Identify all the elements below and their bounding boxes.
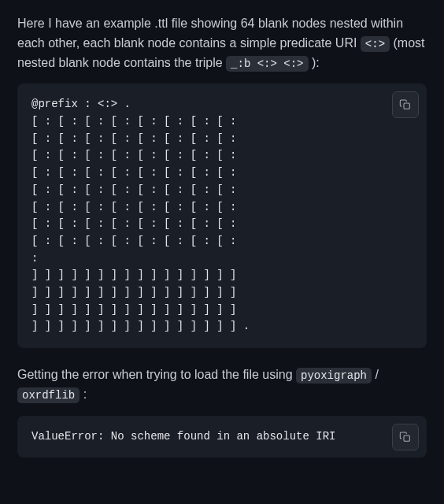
copy-button[interactable] xyxy=(392,424,419,450)
error-code-block: ValueError: No scheme found in an absolu… xyxy=(17,416,427,458)
inline-code-predicate-iri: <:> xyxy=(361,36,390,52)
error-code-content[interactable]: ValueError: No scheme found in an absolu… xyxy=(31,428,413,446)
copy-button[interactable] xyxy=(392,91,419,118)
copy-icon xyxy=(399,98,412,111)
inline-code-inner-triple: _:b <:> <:> xyxy=(226,56,308,72)
svg-rect-0 xyxy=(404,103,409,109)
intro-text-pre: Here I have an example .ttl file showing… xyxy=(17,17,403,50)
error-intro-post: : xyxy=(83,387,87,401)
error-intro-pre: Getting the error when trying to load th… xyxy=(17,368,296,381)
ttl-code-content[interactable]: @prefix : <:> . [ : [ : [ : [ : [ : [ : … xyxy=(31,96,413,335)
error-intro-sep: / xyxy=(375,368,378,381)
error-intro-paragraph: Getting the error when trying to load th… xyxy=(17,365,427,405)
inline-code-oxrdflib: oxrdflib xyxy=(17,387,80,403)
intro-paragraph: Here I have an example .ttl file showing… xyxy=(17,14,427,72)
inline-code-pyoxigraph: pyoxigraph xyxy=(296,368,372,384)
svg-rect-1 xyxy=(404,435,409,441)
intro-text-post: ): xyxy=(312,56,320,69)
post-body: Here I have an example .ttl file showing… xyxy=(0,0,444,504)
copy-icon xyxy=(399,431,412,443)
ttl-code-block: @prefix : <:> . [ : [ : [ : [ : [ : [ : … xyxy=(17,83,427,348)
